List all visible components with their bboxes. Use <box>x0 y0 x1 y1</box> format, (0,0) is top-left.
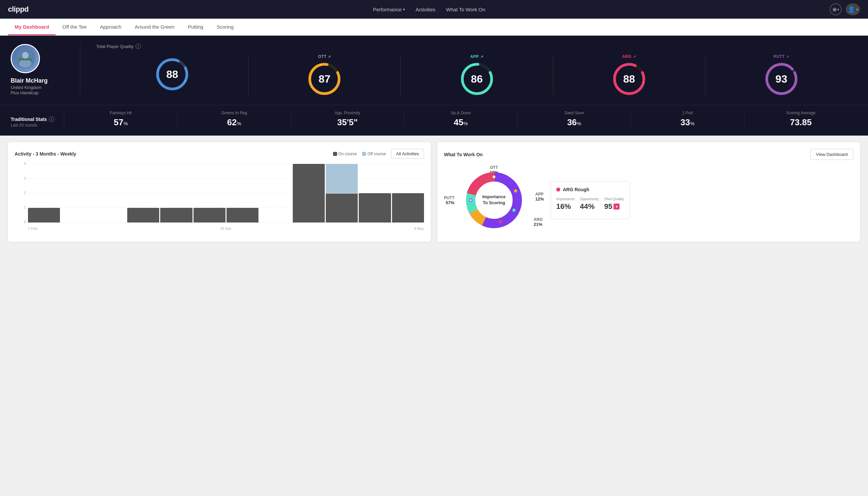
score-label-arg: ARG ↗ <box>622 54 636 59</box>
ott-arrow-icon: ↗ <box>328 55 331 59</box>
nav-links: Performance ▾ Activities What To Work On <box>373 7 485 12</box>
bar-on-course <box>160 208 192 222</box>
tab-off-the-tee[interactable]: Off the Tee <box>56 19 93 35</box>
logo[interactable]: clippd <box>8 5 29 14</box>
info-metrics: Importance 16% Opportunity 44% Shot Qual… <box>556 197 624 211</box>
tab-approach[interactable]: Approach <box>93 19 128 35</box>
stat-value-proximity: 35'5" <box>337 117 358 128</box>
arg-rough-info-card: ARG Rough Importance 16% Opportunity 44%… <box>551 181 630 219</box>
svg-text:Importance: Importance <box>482 194 506 199</box>
activity-legend: On course Off course <box>333 152 386 156</box>
ring-ott: 87 <box>308 62 341 96</box>
svg-point-2 <box>19 60 31 68</box>
chevron-down-icon: ▾ <box>837 7 839 11</box>
bar-group <box>28 164 60 222</box>
app-label: APP 12% <box>535 192 544 202</box>
ring-total: 88 <box>156 58 189 91</box>
what-inner: PUTT 57% OTT 10% APP 12% ARG <box>444 165 853 235</box>
add-button[interactable]: ⊕ ▾ <box>830 3 842 15</box>
what-card-title: What To Work On <box>444 152 483 157</box>
ring-putt: 93 <box>765 62 798 96</box>
bar-group <box>61 164 93 222</box>
nav-what-to-work-on[interactable]: What To Work On <box>446 7 485 12</box>
player-handicap: Plus Handicap <box>11 90 38 95</box>
score-label-putt: PUTT ↗ <box>773 54 789 59</box>
metric-importance: Importance 16% <box>556 197 574 211</box>
score-total: 88 <box>96 54 249 96</box>
bar-chart-area: 4 3 2 1 0 7 Feb 28 Mar 9 May <box>15 164 424 231</box>
bar-group <box>226 164 258 222</box>
tab-putting[interactable]: Putting <box>181 19 210 35</box>
trad-stats-info-icon[interactable]: i <box>49 117 54 122</box>
stat-app-proximity: App. Proximity 35'5" <box>291 111 404 128</box>
player-info: Blair McHarg United Kingdom Plus Handica… <box>11 44 64 95</box>
tab-my-dashboard[interactable]: My Dashboard <box>8 19 56 35</box>
tab-scoring[interactable]: Scoring <box>210 19 240 35</box>
bar-on-course <box>359 193 391 222</box>
bar-group <box>259 164 291 222</box>
stat-one-putt: 1 Putt 33% <box>631 111 744 128</box>
bar-group <box>392 164 424 222</box>
player-name: Blair McHarg <box>11 77 48 84</box>
score-arg: ARG ↗ 88 <box>553 54 706 96</box>
score-value-arg: 88 <box>623 73 635 85</box>
donut-svg: Importance To Scoring <box>461 167 527 233</box>
hero-section: Blair McHarg United Kingdom Plus Handica… <box>0 36 868 105</box>
tab-around-the-green[interactable]: Around the Green <box>128 19 181 35</box>
bar-on-course <box>326 193 358 223</box>
info-card-title: ARG Rough <box>556 187 624 192</box>
legend-on-course: On course <box>333 152 357 156</box>
tpq-section: Total Player Quality i 88 <box>96 44 857 96</box>
score-putt: PUTT ↗ 93 <box>706 54 857 96</box>
svg-point-1 <box>22 52 29 59</box>
score-value-putt: 93 <box>775 73 787 85</box>
bar-on-course <box>28 208 60 222</box>
ring-arg: 88 <box>613 62 646 96</box>
donut-wrapper: PUTT 57% OTT 10% APP 12% ARG <box>444 165 544 235</box>
bar-group <box>326 164 358 222</box>
user-icon: 👤 <box>848 6 855 13</box>
nav-activities[interactable]: Activities <box>416 7 435 12</box>
trad-stats-subtitle: Last 20 rounds <box>11 123 64 128</box>
bar-group <box>160 164 192 222</box>
tpq-info-icon[interactable]: i <box>136 44 141 49</box>
view-dashboard-button[interactable]: View Dashboard <box>810 149 853 160</box>
putt-label: PUTT 57% <box>444 196 454 205</box>
score-ott: OTT ↗ 87 <box>249 54 401 96</box>
activity-chart-card: Activity - 3 Months - Weekly On course O… <box>8 142 431 242</box>
all-activities-button[interactable]: All Activities <box>391 149 424 158</box>
activity-chart-title: Activity - 3 Months - Weekly <box>15 151 76 157</box>
scores-section: 88 OTT ↗ 87 <box>96 54 857 96</box>
bar-group <box>127 164 159 222</box>
trad-stats-label: Traditional Stats i Last 20 rounds <box>11 117 64 128</box>
x-label-feb: 7 Feb <box>28 227 37 231</box>
traditional-stats-section: Traditional Stats i Last 20 rounds Fairw… <box>0 105 868 136</box>
bar-on-course <box>127 208 159 222</box>
stat-scoring-avg: Scoring Average 73.85 <box>744 111 857 128</box>
user-avatar-button[interactable]: 👤 ▾ <box>846 3 860 15</box>
donut-section: PUTT 57% OTT 10% APP 12% ARG <box>444 165 544 235</box>
app-arrow-icon: ↗ <box>480 55 484 59</box>
nav-performance[interactable]: Performance ▾ <box>373 7 405 12</box>
tabs-bar: My Dashboard Off the Tee Approach Around… <box>0 19 868 36</box>
bar-group <box>193 164 225 222</box>
plus-icon: ⊕ <box>832 6 837 13</box>
metric-opportunity: Opportunity 44% <box>580 197 599 211</box>
x-axis-labels: 7 Feb 28 Mar 9 May <box>28 227 424 231</box>
score-label-app: APP ↗ <box>470 54 484 59</box>
score-app: APP ↗ 86 <box>401 54 553 96</box>
arg-arrow-icon: ↗ <box>633 55 636 59</box>
ring-app: 86 <box>460 62 494 96</box>
what-to-work-on-card: What To Work On View Dashboard PUTT 57% … <box>437 142 860 242</box>
stat-greens-in-reg: Greens In Reg 62% <box>177 111 290 128</box>
what-card-header: What To Work On View Dashboard <box>444 149 853 160</box>
arg-label: ARG 21% <box>534 217 542 227</box>
score-value-total: 88 <box>166 68 178 81</box>
bar-on-course <box>392 193 424 222</box>
bar-on-course <box>193 208 225 222</box>
trad-stats-title: Traditional Stats i <box>11 117 64 122</box>
score-value-ott: 87 <box>319 73 331 85</box>
stat-up-and-down: Up & Down 45% <box>404 111 517 128</box>
score-value-app: 86 <box>471 73 483 85</box>
stat-value-updown: 45% <box>454 117 468 128</box>
